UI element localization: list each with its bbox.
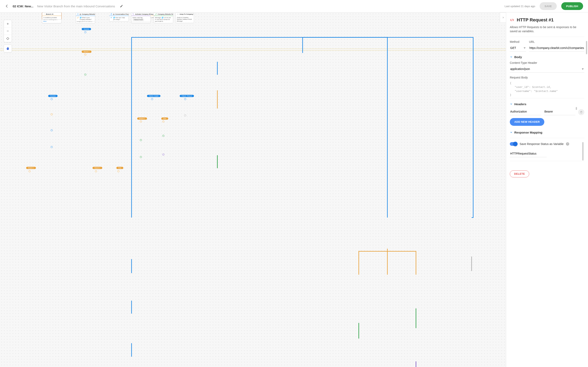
scrollbar-thumb[interactable] <box>576 107 577 110</box>
add-step-icon[interactable]: + <box>151 98 153 100</box>
request-body-label: Request Body <box>510 76 584 79</box>
response-mapping-toggle[interactable]: Response Mapping <box>510 131 584 134</box>
add-step-icon[interactable]: + <box>117 170 120 172</box>
scrollbar-thumb[interactable] <box>586 41 587 54</box>
save-status-toggle[interactable] <box>510 142 517 146</box>
add-step-icon[interactable]: + <box>84 74 86 76</box>
chevron-down-icon <box>510 131 513 134</box>
add-step-icon[interactable]: + <box>51 129 53 131</box>
header-value-input[interactable] <box>544 108 576 115</box>
edge-label-branch2: Branch 2 <box>82 50 91 53</box>
zoom-controls: ＋ − <box>4 20 12 42</box>
collapse-panel-button[interactable] <box>500 12 506 23</box>
help-icon[interactable]: ? <box>566 142 569 146</box>
add-step-icon[interactable]: + <box>51 98 53 100</box>
save-button[interactable]: SAVE <box>540 2 557 10</box>
url-input[interactable] <box>529 45 584 52</box>
chevron-down-icon <box>510 55 513 58</box>
url-label: URL <box>529 40 584 43</box>
zoom-out-button[interactable]: − <box>4 27 12 35</box>
add-step-icon[interactable]: + <box>29 170 31 172</box>
delete-header-button[interactable] <box>578 109 584 115</box>
edge-label-failure-invalid: Failure: Invalid <box>147 95 160 97</box>
top-bar: 02 ICW: New... New Visitor Branch from t… <box>0 0 588 12</box>
scrollbar-thumb[interactable] <box>582 142 584 160</box>
trash-icon <box>580 111 583 114</box>
edit-icon[interactable] <box>120 4 123 8</box>
node-branch-4[interactable]: Branch #4 2 conditions provided <box>42 12 61 20</box>
add-step-icon[interactable]: + <box>162 120 164 123</box>
edge-label-success: Success <box>48 95 58 97</box>
add-step-icon[interactable]: + <box>51 113 53 115</box>
http-icon <box>510 18 514 22</box>
last-updated: Last updated 21 days ago <box>505 5 535 8</box>
add-step-icon[interactable]: + <box>140 156 142 158</box>
headers-section-toggle[interactable]: Headers <box>510 102 584 106</box>
pan-toggle[interactable] <box>4 45 12 52</box>
save-status-label: Save Response Status as Variable <box>520 142 563 146</box>
link-icon <box>77 17 79 18</box>
node-jump-to-fallback[interactable]: Jump To Company Web... Jump to Company W… <box>176 12 194 23</box>
tag-icon <box>132 13 134 15</box>
add-step-icon[interactable]: + <box>184 98 186 100</box>
request-body-input[interactable]: { "user_id": $contact.id, "username": "$… <box>510 80 584 98</box>
hand-icon[interactable] <box>4 45 12 52</box>
add-step-icon[interactable]: + <box>84 31 86 33</box>
add-step-icon[interactable]: + <box>95 170 97 172</box>
content-type-select[interactable]: application/json <box>510 66 584 73</box>
publish-button[interactable]: PUBLISH <box>561 2 583 10</box>
variable-name-input[interactable] <box>510 150 546 157</box>
recenter-button[interactable] <box>4 35 12 42</box>
zoom-in-button[interactable]: ＋ <box>4 20 12 27</box>
edge-label-else: Else <box>161 117 168 120</box>
content-type-label: Content-Type Header <box>510 61 584 64</box>
add-step-icon[interactable]: + <box>184 114 186 117</box>
edge-label-failure-timeout: Failure: Timeout <box>180 95 194 97</box>
edge-label-branch2: Branch 2 <box>93 167 102 169</box>
side-panel: HTTP Request #1 Allows HTTP Requests to … <box>506 12 588 367</box>
method-label: Method <box>510 40 526 43</box>
edge-label-success: Success <box>82 28 91 30</box>
panel-title: HTTP Request #1 <box>517 17 554 23</box>
add-header-button[interactable]: ADD NEW HEADER <box>510 118 544 126</box>
tag-chip: Fallback Route <box>132 18 144 21</box>
flow-subtitle: New Visitor Branch from the main Inbound… <box>37 4 115 8</box>
body-section-toggle[interactable]: Body <box>510 55 584 59</box>
node-conversation-purpose[interactable]: ?Q: Conversation Purpose 🌐 How can I hel… <box>109 12 129 21</box>
more-link[interactable]: More <box>43 21 47 22</box>
add-step-icon[interactable]: + <box>84 54 86 56</box>
edge-label-branch1: Branch 1 <box>137 117 147 120</box>
send-icon <box>155 13 157 15</box>
node-activate-fallback[interactable]: Activate Company Webs... Action: Add Tag… <box>131 12 151 22</box>
branch-icon <box>43 13 45 15</box>
jump-icon <box>177 13 179 15</box>
menu-icon <box>111 17 112 18</box>
add-step-icon[interactable]: + <box>140 139 142 141</box>
header-key-input[interactable] <box>510 108 541 115</box>
node-fallback-talk-human[interactable]: Company Website Fallb... Message: 🌐 Let … <box>154 12 173 23</box>
flow-title: 02 ICW: New... <box>13 4 34 8</box>
edge-label-branch1: Branch 1 <box>26 167 36 169</box>
panel-description: Allows HTTP Requests to be sent & respon… <box>510 25 584 37</box>
add-step-icon[interactable]: + <box>140 120 142 123</box>
add-step-icon[interactable]: + <box>51 146 53 148</box>
delete-button[interactable]: DELETE <box>510 170 529 177</box>
add-step-icon[interactable]: + <box>162 135 164 137</box>
back-arrow-icon[interactable] <box>5 4 9 8</box>
svg-point-17 <box>77 13 79 15</box>
flow-canvas[interactable]: ＋ − <box>0 12 506 367</box>
chevron-down-icon <box>510 103 513 105</box>
method-select[interactable]: GET <box>510 45 526 52</box>
question-icon <box>77 13 79 15</box>
add-step-icon[interactable]: + <box>162 154 164 156</box>
node-q-company-website[interactable]: Q: Company Website 🌐 What is your compan… <box>76 12 95 21</box>
question-icon: ? <box>111 13 112 15</box>
svg-point-0 <box>7 38 9 39</box>
svg-text:?: ? <box>111 14 112 15</box>
edge-label-else: Else <box>116 167 123 169</box>
